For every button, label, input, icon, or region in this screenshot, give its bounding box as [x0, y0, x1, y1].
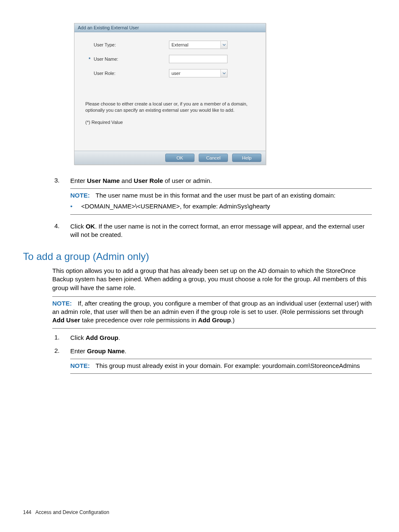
required-asterisk-icon: *: [89, 57, 90, 62]
dialog-body: User Type: External * User Name:: [74, 32, 266, 151]
user-name-input[interactable]: [169, 55, 228, 63]
note-text: This group must already exist in your do…: [96, 362, 360, 369]
note-label: NOTE:: [70, 362, 90, 369]
step-4-text: Click OK. If the user name is not in the…: [70, 222, 372, 239]
user-type-combo[interactable]: External: [169, 41, 228, 49]
page-footer: 144 Access and Device Configuration: [23, 509, 109, 515]
note-label: NOTE:: [52, 300, 72, 307]
dialog-instruction: Please choose to either create a local u…: [85, 101, 255, 114]
step-number: 1.: [23, 334, 70, 344]
step-3-text: Enter User Name and User Role of user or…: [70, 177, 372, 185]
group-step-1: 1. Click Add Group.: [23, 334, 376, 344]
step-4: 4. Click OK. If the user name is not in …: [23, 222, 376, 241]
group-step-2-note: NOTE: This group must already exist in y…: [70, 359, 372, 374]
group-step-1-text: Click Add Group.: [70, 334, 372, 342]
note-label: NOTE:: [70, 192, 90, 199]
user-name-label: User Name:: [94, 57, 118, 62]
bullet-icon: •: [70, 202, 81, 211]
group-intro: This option allows you to add a group th…: [52, 267, 376, 292]
group-step-2: 2. Enter Group Name. NOTE: This group mu…: [23, 347, 376, 378]
page-number: 144: [23, 509, 31, 515]
group-step-2-text: Enter Group Name.: [70, 347, 372, 355]
required-legend: (*) Required Value: [85, 120, 255, 125]
step-number: 4.: [23, 222, 70, 241]
footer-section: Access and Device Configuration: [35, 509, 109, 515]
step-3: 3. Enter User Name and User Role of user…: [23, 177, 376, 219]
note-text: The user name must be in this format and…: [96, 192, 336, 199]
chevron-down-icon[interactable]: [220, 69, 227, 77]
help-button[interactable]: Help: [232, 154, 261, 162]
step-number: 3.: [23, 177, 70, 219]
user-type-value: External: [169, 41, 220, 49]
user-type-label: User Type:: [85, 42, 169, 47]
user-role-value: user: [169, 69, 220, 77]
step-3-note: NOTE: The user name must be in this form…: [70, 188, 372, 215]
note-bullet: <DOMAIN_NAME>\<USERNAME>, for example: A…: [81, 202, 270, 211]
step-number: 2.: [23, 347, 70, 378]
add-external-user-dialog: Add an Existing External User User Type:…: [74, 23, 266, 165]
dialog-footer: OK Cancel Help: [74, 151, 266, 164]
user-role-label: User Role:: [85, 71, 169, 76]
ok-button[interactable]: OK: [165, 154, 194, 162]
dialog-title: Add an Existing External User: [74, 23, 266, 32]
chevron-down-icon[interactable]: [220, 41, 227, 49]
cancel-button[interactable]: Cancel: [199, 154, 228, 162]
user-role-combo[interactable]: user: [169, 69, 228, 77]
section-heading: To add a group (Admin only): [23, 251, 376, 262]
group-note: NOTE: If, after creating the group, you …: [52, 296, 376, 329]
